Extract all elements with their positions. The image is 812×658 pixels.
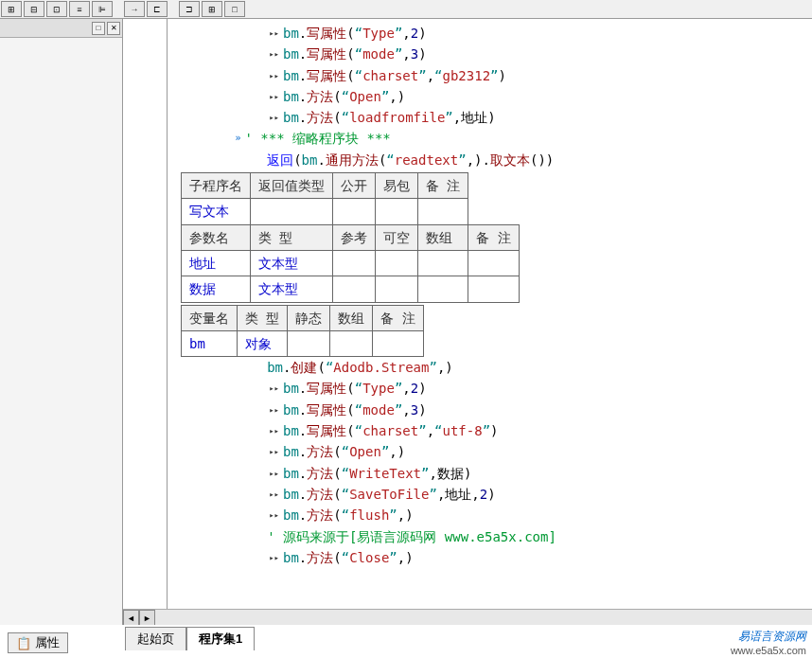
comment-line[interactable]: ' 源码来源于[易语言源码网 www.e5a5x.com] (171, 526, 808, 547)
code-line[interactable]: ▸▸bm.方法 (“Open”, ) (171, 441, 808, 462)
table-cell[interactable] (468, 250, 519, 276)
properties-button[interactable]: 📋 属性 (8, 632, 68, 653)
code-line[interactable]: ▸▸bm.写属性 (“Type”, 2) (171, 378, 808, 399)
table-cell[interactable]: 对象 (238, 330, 288, 356)
tool-btn-9[interactable]: □ (224, 1, 245, 17)
table-header: 备 注 (418, 173, 468, 199)
code-line[interactable]: ▸▸bm.写属性 (“charset”, “gb2312”) (171, 65, 808, 86)
tool-btn-8[interactable]: ⊞ (202, 1, 222, 17)
toolbar: ⊞ ⊟ ⊡ ≡ ⊫ → ⊏ ⊐ ⊞ □ (0, 0, 812, 19)
watermark-url: www.e5a5x.com (731, 645, 806, 656)
bottom-bar: 📋 属性 起始页 程序集1 易语言资源网 www.e5a5x.com (0, 625, 812, 658)
table-cell[interactable] (418, 250, 468, 276)
properties-label: 属性 (35, 634, 60, 651)
panel-close-icon[interactable]: ✕ (107, 22, 120, 35)
comment-line[interactable]: »' *** 缩略程序块 *** (171, 128, 808, 149)
table-cell[interactable] (373, 330, 423, 356)
tool-btn-2[interactable]: ⊡ (46, 1, 67, 17)
table-header: 类 型 (238, 305, 288, 330)
table-header: 易包 (376, 173, 418, 199)
table-header: 变量名 (182, 305, 238, 330)
panel-header: □ ✕ (0, 19, 122, 38)
scroll-right-icon[interactable]: ► (139, 610, 155, 625)
scroll-track[interactable] (155, 610, 812, 625)
watermark-title: 易语言资源网 (731, 629, 806, 645)
table-cell[interactable]: 数据 (182, 276, 251, 302)
table-header: 参考 (333, 224, 376, 250)
code-line[interactable]: ▸▸bm.方法 (“Open”, ) (171, 86, 808, 107)
table-cell[interactable]: 写文本 (182, 199, 251, 224)
watermark: 易语言资源网 www.e5a5x.com (731, 629, 806, 656)
table-cell[interactable] (333, 276, 376, 302)
table-cell[interactable] (288, 330, 330, 356)
table-cell[interactable]: 文本型 (251, 250, 333, 276)
table-header: 备 注 (373, 305, 423, 330)
tool-btn-6[interactable]: ⊏ (147, 1, 168, 17)
table-header: 可空 (376, 224, 418, 250)
table-header: 数组 (418, 224, 468, 250)
code-body[interactable]: ▸▸bm.写属性 (“Type”, 2) ▸▸bm.写属性 (“mode”, 3… (168, 19, 812, 609)
table-cell[interactable]: 文本型 (251, 276, 333, 302)
code-line[interactable]: ▸▸bm.写属性 (“mode”, 3) (171, 400, 808, 420)
tool-btn-7[interactable]: ⊐ (179, 1, 200, 17)
table-header: 静态 (288, 305, 330, 330)
table-header: 类 型 (251, 224, 333, 250)
scroll-left-icon[interactable]: ◄ (123, 610, 139, 625)
table-header: 返回值类型 (251, 173, 333, 199)
table-header: 公开 (333, 173, 376, 199)
table-cell[interactable] (330, 330, 373, 356)
code-line[interactable]: ▸▸bm.写属性 (“mode”, 3) (171, 44, 808, 64)
code-line[interactable]: bm.创建 (“Adodb.Stream”, ) (171, 357, 808, 378)
code-line[interactable]: ▸▸bm.方法 (“SaveToFile”, 地址, 2) (171, 484, 808, 505)
table-header: 参数名 (182, 224, 251, 250)
subroutine-table[interactable]: 子程序名返回值类型公开易包备 注写文本参数名类 型参考可空数组备 注地址文本型数… (181, 172, 520, 302)
variable-table[interactable]: 变量名类 型静态数组备 注bm对象 (181, 305, 424, 358)
code-line[interactable]: ▸▸bm.方法 (“flush”, ) (171, 505, 808, 525)
tab-program[interactable]: 程序集1 (186, 627, 255, 650)
gutter: ↓ + (123, 19, 168, 625)
table-header: 备 注 (468, 224, 519, 250)
tab-start[interactable]: 起始页 (125, 627, 186, 650)
table-cell[interactable]: 地址 (182, 250, 251, 276)
table-cell[interactable] (333, 250, 376, 276)
code-line[interactable]: ▸▸bm.方法 (“loadfromfile”, 地址) (171, 107, 808, 128)
table-header: 子程序名 (182, 173, 251, 199)
table-cell[interactable] (376, 199, 418, 224)
table-cell[interactable] (418, 276, 468, 302)
table-header: 数组 (330, 305, 373, 330)
code-line[interactable]: ▸▸bm.方法 (“Close ”, ) (171, 547, 808, 568)
table-cell[interactable] (251, 199, 333, 224)
tabs: 起始页 程序集1 (125, 627, 255, 650)
table-cell[interactable] (468, 276, 519, 302)
code-line[interactable]: ▸▸bm.写属性 (“charset”, “utf-8”) (171, 420, 808, 441)
table-cell[interactable]: bm (182, 330, 238, 356)
tool-btn-1[interactable]: ⊟ (24, 1, 44, 17)
horizontal-scrollbar[interactable]: ◄ ► (123, 609, 812, 625)
tool-btn-5[interactable]: → (124, 1, 145, 17)
panel-min-icon[interactable]: □ (92, 22, 105, 35)
code-line[interactable]: ▸▸bm.写属性 (“Type”, 2) (171, 23, 808, 44)
code-editor[interactable]: ↓ + ▸▸bm.写属性 (“Type”, 2) ▸▸bm.写属性 (“mode… (123, 19, 812, 625)
table-cell[interactable] (333, 199, 376, 224)
tool-btn-0[interactable]: ⊞ (1, 1, 22, 17)
code-line[interactable]: ▸▸bm.方法 (“WriteText”, 数据) (171, 463, 808, 484)
return-line[interactable]: 返回 (bm.通用方法 (“readtext”, ).取文本 ()) (171, 150, 808, 170)
tool-btn-3[interactable]: ≡ (69, 1, 90, 17)
properties-icon: 📋 (16, 636, 31, 650)
left-panel: □ ✕ (0, 19, 123, 625)
tool-btn-4[interactable]: ⊫ (92, 1, 113, 17)
table-cell[interactable] (376, 250, 418, 276)
table-cell[interactable] (418, 199, 468, 224)
table-cell[interactable] (376, 276, 418, 302)
